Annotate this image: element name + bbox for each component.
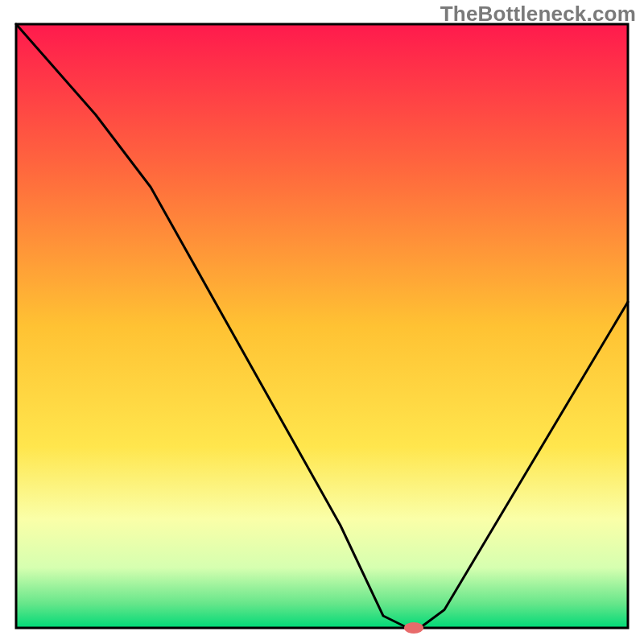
plot-background: [16, 24, 628, 628]
watermark-text: TheBottleneck.com: [440, 2, 636, 27]
optimal-marker: [404, 622, 423, 634]
chart-container: TheBottleneck.com: [0, 0, 644, 644]
bottleneck-chart: [0, 0, 644, 644]
